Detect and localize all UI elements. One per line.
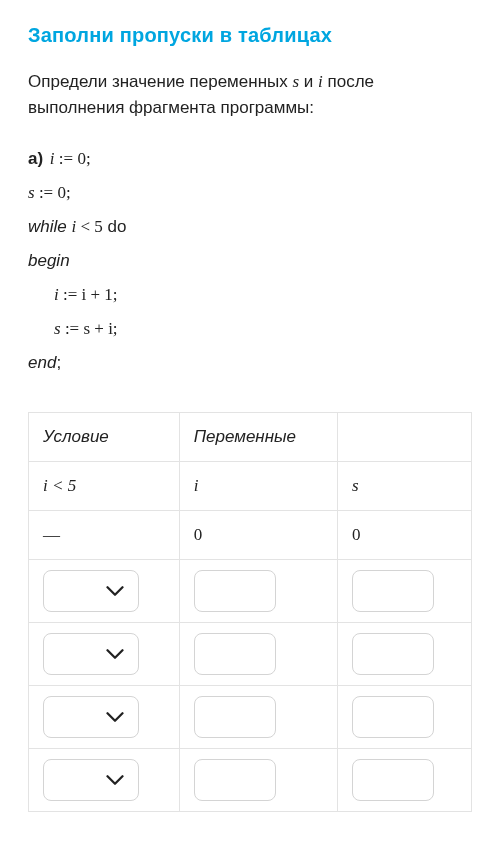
trace-table: Условие Переменные i < 5 i s — 0 0 xyxy=(28,412,472,812)
table-row: — 0 0 xyxy=(29,510,472,559)
cell-i-0: 0 xyxy=(179,510,337,559)
code-l5-rhs: := i + 1; xyxy=(59,285,118,304)
table-row xyxy=(29,622,472,685)
subhead-i: i xyxy=(179,461,337,510)
intro-text: Определи значение переменных xyxy=(28,72,292,91)
i-input[interactable] xyxy=(194,696,276,738)
i-input[interactable] xyxy=(194,570,276,612)
chevron-down-icon xyxy=(106,585,124,597)
task-intro: Определи значение переменных s и i после… xyxy=(28,69,472,122)
code-cond-rest: < 5 xyxy=(76,217,103,236)
code-end-kw: end xyxy=(28,353,56,372)
condition-select[interactable] xyxy=(43,759,139,801)
condition-select[interactable] xyxy=(43,570,139,612)
table-row xyxy=(29,685,472,748)
cell-s-0: 0 xyxy=(338,510,472,559)
page-title: Заполни пропуски в таблицах xyxy=(28,24,472,47)
part-label: a) xyxy=(28,149,43,168)
code-fragment: a) i := 0; s := 0; while i < 5 do begin … xyxy=(28,142,472,380)
code-end-semi: ; xyxy=(56,353,61,372)
col-head-condition: Условие xyxy=(29,412,180,461)
subhead-condition: i < 5 xyxy=(29,461,180,510)
code-l6-rhs: := s + i; xyxy=(61,319,118,338)
col-head-blank xyxy=(338,412,472,461)
code-l2-var: s xyxy=(28,183,35,202)
code-l1-assign: := 0; xyxy=(55,149,91,168)
intro-and: и xyxy=(299,72,318,91)
condition-select[interactable] xyxy=(43,696,139,738)
cell-cond-0: — xyxy=(29,510,180,559)
s-input[interactable] xyxy=(352,696,434,738)
chevron-down-icon xyxy=(106,711,124,723)
subhead-s: s xyxy=(338,461,472,510)
i-input[interactable] xyxy=(194,633,276,675)
subhead-cond-rest: < 5 xyxy=(48,476,76,495)
table-row xyxy=(29,748,472,811)
code-do-kw: do xyxy=(103,217,127,236)
code-l6-lhs: s xyxy=(54,319,61,338)
table-row xyxy=(29,559,472,622)
code-begin-kw: begin xyxy=(28,251,70,270)
col-head-variables: Переменные xyxy=(179,412,337,461)
chevron-down-icon xyxy=(106,774,124,786)
condition-select[interactable] xyxy=(43,633,139,675)
code-l2-assign: := 0; xyxy=(35,183,71,202)
s-input[interactable] xyxy=(352,633,434,675)
chevron-down-icon xyxy=(106,648,124,660)
s-input[interactable] xyxy=(352,570,434,612)
i-input[interactable] xyxy=(194,759,276,801)
code-while-kw: while xyxy=(28,217,71,236)
s-input[interactable] xyxy=(352,759,434,801)
